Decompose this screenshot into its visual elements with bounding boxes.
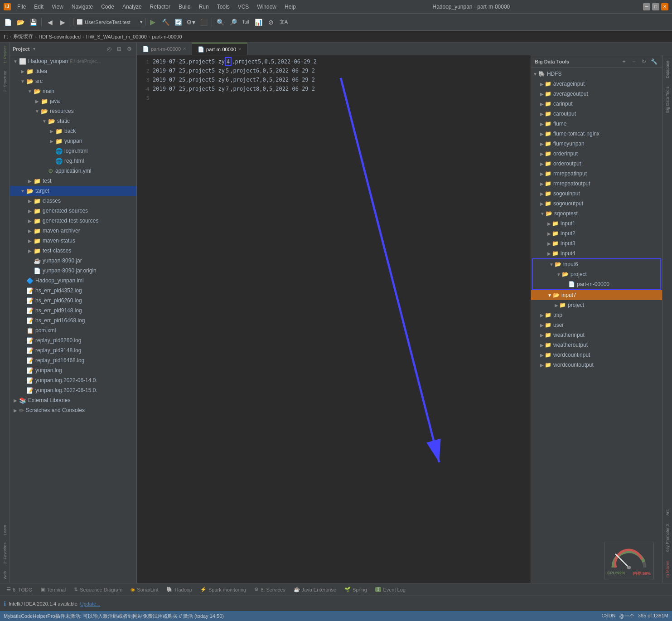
hdfs-weatherinput[interactable]: ▶ 📁 weatherinput xyxy=(531,330,662,340)
tree-log-3[interactable]: ▶ 📝 hs_err_pid9148.log xyxy=(10,306,136,315)
hdfs-part-m-00000[interactable]: ▶ 📄 part-m-00000 xyxy=(533,279,660,289)
tree-login-html[interactable]: ▶ 🌐 login.html xyxy=(10,146,136,156)
tree-maven-archiver[interactable]: ▶ 📁 maven-archiver xyxy=(10,226,136,236)
tree-replay-1[interactable]: ▶ 📝 replay_pid6260.log xyxy=(10,335,136,345)
bdt-add-button[interactable]: + xyxy=(619,57,628,66)
hdfs-flume[interactable]: ▶ 📁 flume xyxy=(531,119,662,129)
hdfs-sqooptest[interactable]: ▼ 📂 sqooptest xyxy=(531,209,662,218)
hdfs-user[interactable]: ▶ 📁 user xyxy=(531,320,662,330)
right-tab-ant[interactable]: Ant xyxy=(663,506,672,519)
tree-pom[interactable]: ▶ 📋 pom.xml xyxy=(10,325,136,335)
bottom-tab-hadoop[interactable]: 🐘 Hadoop xyxy=(163,586,196,593)
menu-view[interactable]: View xyxy=(48,3,67,11)
bdt-refresh-button[interactable]: ↻ xyxy=(639,57,648,66)
tree-resources[interactable]: ▼ 📂 resources xyxy=(10,106,136,116)
search-everywhere-button[interactable]: 🔍 xyxy=(214,16,226,28)
sidebar-tab-project[interactable]: 1: Project xyxy=(1,43,9,67)
hdfs-input7[interactable]: ▼ 📂 input7 xyxy=(531,290,662,300)
tree-replay-3[interactable]: ▶ 📝 replay_pid16468.log xyxy=(10,355,136,365)
right-tab-bigdata[interactable]: Big Data Tools xyxy=(663,83,672,116)
menu-navigate[interactable]: Navigate xyxy=(68,3,97,11)
save-all-button[interactable]: 💾 xyxy=(27,16,39,28)
sidebar-tab-structure[interactable]: 2: Structure xyxy=(1,67,9,96)
tree-static[interactable]: ▼ 📂 static xyxy=(10,116,136,126)
tree-root[interactable]: ▼ ⬜ Hadoop_yunpan E:\IdeaProjec... xyxy=(10,56,136,66)
right-tab-maven[interactable]: m Maven xyxy=(663,557,672,581)
breadcrumb-hw[interactable]: HW_S_WAUpart_m_00000 xyxy=(86,34,147,39)
hdfs-input6[interactable]: ▼ 📂 input6 xyxy=(533,259,660,269)
distraction-free-button[interactable]: ⊘ xyxy=(265,16,277,28)
tree-src[interactable]: ▼ 📂 src xyxy=(10,76,136,86)
menu-file[interactable]: File xyxy=(14,3,29,11)
tree-java[interactable]: ▶ 📁 java xyxy=(10,96,136,106)
tree-replay-2[interactable]: ▶ 📝 replay_pid9148.log xyxy=(10,345,136,355)
menu-edit[interactable]: Edit xyxy=(30,3,47,11)
hdfs-rmrepeatoutput[interactable]: ▶ 📁 rmrepeatoutput xyxy=(531,179,662,189)
hdfs-orderinput[interactable]: ▶ 📁 orderinput xyxy=(531,149,662,159)
hdfs-input3[interactable]: ▶ 📁 input3 xyxy=(531,238,662,248)
panel-settings-button[interactable]: ⚙ xyxy=(125,44,134,53)
bottom-tab-sequence[interactable]: ⇅ Sequence Diagram xyxy=(70,586,126,593)
bottom-tab-spring[interactable]: 🌱 Spring xyxy=(341,586,371,593)
breadcrumb-f[interactable]: F: xyxy=(4,34,8,39)
tree-yunpan[interactable]: ▶ 📁 yunpan xyxy=(10,136,136,146)
tree-log-1[interactable]: ▶ 📝 hs_err_pid4352.log xyxy=(10,286,136,296)
rebuild-button[interactable]: 🔄 xyxy=(172,16,184,28)
menu-window[interactable]: Window xyxy=(253,3,280,11)
find-button[interactable]: 🔎 xyxy=(227,16,239,28)
collapse-all-button[interactable]: ⊟ xyxy=(115,44,124,53)
menu-help[interactable]: Help xyxy=(281,3,300,11)
menu-build[interactable]: Build xyxy=(175,3,194,11)
build-button[interactable]: 🔨 xyxy=(160,16,171,28)
hdfs-carinput[interactable]: ▶ 📁 carinput xyxy=(531,99,662,109)
hdfs-weatheroutput[interactable]: ▶ 📁 weatheroutput xyxy=(531,340,662,350)
tree-iml[interactable]: ▶ 🔷 Hadoop_yunpan.iml xyxy=(10,276,136,286)
tree-test-classes[interactable]: ▶ 📁 test-classes xyxy=(10,246,136,256)
sidebar-tab-learn[interactable]: Learn xyxy=(1,521,9,539)
editor-tab-2[interactable]: 📄 part-m-00000 ✕ xyxy=(192,43,247,55)
minimize-button[interactable]: ─ xyxy=(643,3,650,10)
tree-reg-html[interactable]: ▶ 🌐 reg.html xyxy=(10,156,136,166)
tree-maven-status[interactable]: ▶ 📁 maven-status xyxy=(10,236,136,246)
close-button[interactable]: ✕ xyxy=(661,3,668,10)
hdfs-wordcountoutput[interactable]: ▶ 📁 wordcountoutput xyxy=(531,360,662,370)
presentation-button[interactable]: 📊 xyxy=(252,16,264,28)
bottom-tab-event-log[interactable]: 1 Event Log xyxy=(372,586,409,593)
hdfs-flumeyunpan[interactable]: ▶ 📁 flumeyunpan xyxy=(531,139,662,149)
bottom-tab-sonar[interactable]: ◉ SonarLint xyxy=(127,586,162,593)
tree-classes[interactable]: ▶ 📁 classes xyxy=(10,196,136,206)
menu-tools[interactable]: Tools xyxy=(213,3,233,11)
bottom-tab-todo[interactable]: ☰ 6: TODO xyxy=(3,586,36,593)
tree-jar-origin[interactable]: ▶ 📄 yunpan-8090.jar.origin xyxy=(10,266,136,276)
tail-button[interactable]: Tail xyxy=(240,16,251,28)
hdfs-caroutput[interactable]: ▶ 📁 caroutput xyxy=(531,109,662,119)
back-button[interactable]: ◀ xyxy=(44,16,56,28)
tree-gen-test-sources[interactable]: ▶ 📁 generated-test-sources xyxy=(10,216,136,226)
bottom-tab-services[interactable]: ⚙ 8: Services xyxy=(251,586,289,593)
hdfs-root[interactable]: ▼ 🐘 HDFS xyxy=(531,69,662,79)
hdfs-wordcountinput[interactable]: ▶ 📁 wordcountinput xyxy=(531,350,662,360)
open-button[interactable]: 📂 xyxy=(15,16,26,28)
hdfs-flume-tomcat[interactable]: ▶ 📁 flume-tomcat-nginx xyxy=(531,129,662,139)
editor-tab-1[interactable]: 📄 part-m-00000 ✕ xyxy=(137,43,192,55)
right-tab-database[interactable]: Database xyxy=(663,57,672,82)
tree-test[interactable]: ▶ 📁 test xyxy=(10,176,136,186)
hdfs-input4[interactable]: ▶ 📁 input4 xyxy=(531,248,662,258)
sidebar-tab-web[interactable]: Web xyxy=(1,568,9,583)
menu-refactor[interactable]: Refactor xyxy=(146,3,174,11)
bdt-remove-button[interactable]: − xyxy=(629,57,638,66)
bottom-tab-terminal[interactable]: ▣ Terminal xyxy=(37,586,70,593)
locate-file-button[interactable]: ◎ xyxy=(105,44,114,53)
forward-button[interactable]: ▶ xyxy=(57,16,68,28)
hdfs-project-in6[interactable]: ▼ 📂 project xyxy=(533,269,660,279)
hdfs-sogououtput[interactable]: ▶ 📁 sogououtput xyxy=(531,199,662,209)
tree-yunpan-log[interactable]: ▶ 📝 yunpan.log xyxy=(10,365,136,375)
breadcrumb-cache[interactable]: 系统缓存 xyxy=(13,33,33,40)
tree-back[interactable]: ▶ 📁 back xyxy=(10,126,136,136)
hdfs-input1[interactable]: ▶ 📁 input1 xyxy=(531,218,662,228)
tree-gen-sources[interactable]: ▶ 📁 generated-sources xyxy=(10,206,136,216)
menu-run[interactable]: Run xyxy=(195,3,213,11)
tree-log-2[interactable]: ▶ 📝 hs_err_pid6260.log xyxy=(10,296,136,306)
update-link[interactable]: Update... xyxy=(80,601,101,606)
bottom-tab-spark[interactable]: ⚡ Spark monitoring xyxy=(197,586,250,593)
